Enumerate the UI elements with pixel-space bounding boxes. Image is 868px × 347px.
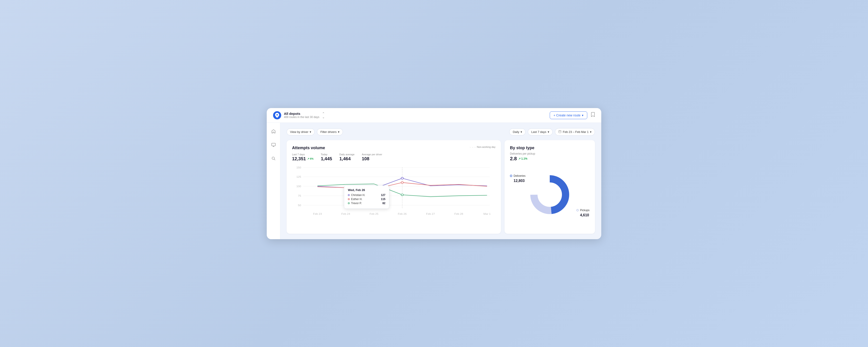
svg-text:50: 50 <box>298 204 301 207</box>
svg-text:Feb 26: Feb 26 <box>398 213 407 215</box>
svg-text:100: 100 <box>296 185 301 188</box>
svg-text:Feb 25: Feb 25 <box>370 213 378 215</box>
view-by-driver-label: View by driver <box>290 130 308 134</box>
stat-today: Today 1,445 <box>321 153 332 161</box>
deliveries-per-pickup-label: Deliveries per pickup <box>510 152 590 155</box>
depot-info: All depots 469 routes in the last 30 day… <box>284 112 319 119</box>
tooltip-row-christian: Christian H. 127 <box>348 193 385 197</box>
tooltip-dot-christian <box>348 194 350 196</box>
view-by-driver-chevron-icon: ▾ <box>310 130 311 134</box>
depot-sub: 469 routes in the last 30 days <box>284 116 319 119</box>
filter-bar: View by driver ▾ Filter drivers ▾ Daily … <box>287 128 595 136</box>
stat-daily-average: Daily average 1,464 <box>339 153 354 161</box>
sidebar-item-monitor[interactable] <box>270 141 278 149</box>
filter-left: View by driver ▾ Filter drivers ▾ <box>287 128 343 135</box>
tooltip-row-esther: Esther H. 115 <box>348 197 385 201</box>
legend-pickups: Pickups <box>577 209 590 212</box>
top-bar-left: All depots 469 routes in the last 30 day… <box>273 111 325 119</box>
create-route-chevron-icon: ▾ <box>582 114 583 117</box>
app-container: All depots 469 routes in the last 30 day… <box>267 108 601 239</box>
attempts-volume-title: Attempts volume <box>292 146 325 150</box>
date-range-label: Feb 23 – Feb Mar 1 <box>563 130 589 134</box>
attempts-chart-svg: 150 125 100 75 50 Feb 23 Feb 24 Feb 25 F… <box>292 165 495 217</box>
svg-point-1 <box>272 157 274 159</box>
donut-svg <box>527 172 572 217</box>
main-content: View by driver ▾ Filter drivers ▾ Daily … <box>280 123 601 239</box>
donut-chart-container: Deliveries 12,803 <box>510 165 590 224</box>
date-range-chevron-icon: ▾ <box>590 130 592 134</box>
top-bar-right: + Create new route ▾ <box>550 112 595 119</box>
bookmark-icon[interactable] <box>591 112 595 118</box>
by-stop-type-card: By stop type Deliveries per pickup 2.8 ↗… <box>504 140 595 234</box>
last-seven-days-label: Last 7 days <box>531 130 546 134</box>
svg-text:125: 125 <box>296 176 301 178</box>
stat-last-7-days: Last 7 days 12,351 ↗ 6% <box>292 153 313 161</box>
tooltip-date: Wed, Feb 26 <box>348 188 385 192</box>
deliveries-legend: Deliveries 12,803 <box>510 174 526 183</box>
tooltip-dot-trevor <box>348 202 350 204</box>
filter-drivers-label: Filter drivers <box>320 130 337 134</box>
svg-point-22 <box>401 182 403 183</box>
non-working-day-label: - - - Non-working day <box>470 146 495 148</box>
pickups-legend: Pickups 4,610 <box>577 209 590 217</box>
main-layout: View by driver ▾ Filter drivers ▾ Daily … <box>267 123 601 239</box>
daily-chevron-icon: ▾ <box>521 130 522 134</box>
last-seven-days-chevron-icon: ▾ <box>548 130 549 134</box>
last-seven-days-button[interactable]: Last 7 days ▾ <box>528 128 553 135</box>
by-stop-type-title: By stop type <box>510 146 590 150</box>
daily-selector-button[interactable]: Daily ▾ <box>509 128 526 135</box>
attempts-volume-card: Attempts volume - - - Non-working day La… <box>287 140 501 234</box>
pickups-dot <box>577 209 579 211</box>
svg-text:Feb 24: Feb 24 <box>341 213 350 215</box>
filter-drivers-button[interactable]: Filter drivers ▾ <box>317 128 343 135</box>
depot-chevron-icon[interactable]: ⌃⌄ <box>322 112 325 119</box>
depot-name: All depots <box>284 112 319 116</box>
tooltip-row-trevor: Trevor P. 82 <box>348 202 385 205</box>
chart-header-row: Attempts volume - - - Non-working day <box>292 146 495 152</box>
tooltip-dot-esther <box>348 198 350 200</box>
sidebar <box>267 123 280 239</box>
donut-value-row: 2.8 ↗ 1.1% <box>510 156 590 162</box>
donut-badge: ↗ 1.1% <box>518 157 528 160</box>
calendar-icon <box>558 130 561 134</box>
create-route-label: + Create new route <box>554 114 581 117</box>
svg-text:Feb 27: Feb 27 <box>426 213 435 215</box>
svg-point-21 <box>401 177 403 179</box>
filter-right: Daily ▾ Last 7 days ▾ <box>509 128 595 136</box>
daily-label: Daily <box>513 130 519 134</box>
pickups-value: 4,610 <box>580 213 590 217</box>
donut-value: 2.8 <box>510 156 517 162</box>
stats-row: Last 7 days 12,351 ↗ 6% Today 1,445 Dail… <box>292 153 495 161</box>
svg-text:Mar 1: Mar 1 <box>484 213 491 215</box>
svg-text:Feb 23: Feb 23 <box>313 213 322 215</box>
depot-icon <box>273 111 281 119</box>
svg-rect-2 <box>559 130 561 133</box>
svg-text:150: 150 <box>296 166 301 169</box>
top-bar: All depots 469 routes in the last 30 day… <box>267 108 601 123</box>
stat-avg-per-driver: Average per driver 108 <box>362 153 382 161</box>
svg-text:75: 75 <box>298 195 301 197</box>
chart-area: 150 125 100 75 50 Feb 23 Feb 24 Feb 25 F… <box>292 165 495 228</box>
deliveries-dot <box>510 175 512 177</box>
deliveries-value: 12,803 <box>514 179 526 183</box>
sidebar-item-home[interactable] <box>270 127 278 135</box>
legend-deliveries: Deliveries <box>510 174 526 178</box>
cards-row: Attempts volume - - - Non-working day La… <box>287 140 595 234</box>
sidebar-item-search[interactable] <box>270 154 278 162</box>
view-by-driver-button[interactable]: View by driver ▾ <box>287 128 315 135</box>
svg-rect-0 <box>272 143 275 146</box>
create-route-button[interactable]: + Create new route ▾ <box>550 112 587 119</box>
date-range-button[interactable]: Feb 23 – Feb Mar 1 ▾ <box>555 128 595 136</box>
svg-point-23 <box>401 194 403 195</box>
chart-tooltip: Wed, Feb 26 Christian H. 127 <box>344 185 389 209</box>
svg-text:Feb 28: Feb 28 <box>454 213 463 215</box>
filter-drivers-chevron-icon: ▾ <box>338 130 340 134</box>
